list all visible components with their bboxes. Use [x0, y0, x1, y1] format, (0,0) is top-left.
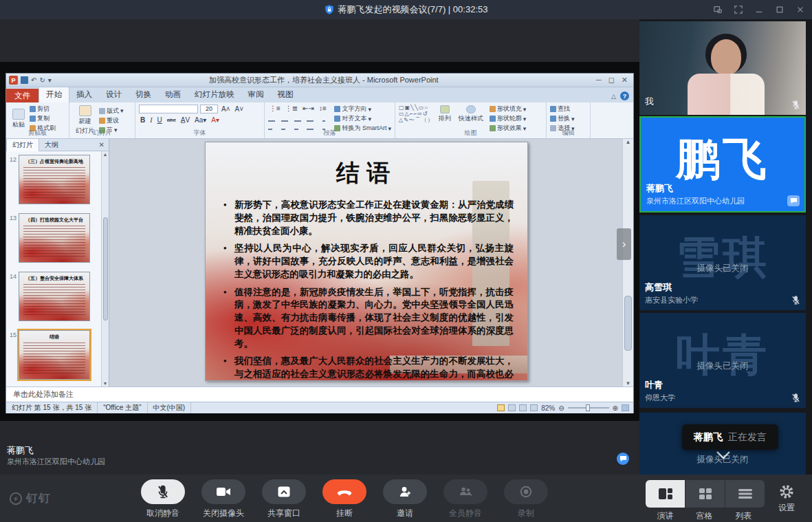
slide-sorter-icon[interactable] — [508, 404, 516, 411]
bold-button[interactable]: B — [139, 116, 146, 124]
camera-off-button[interactable]: 关闭摄像头 — [201, 479, 245, 519]
tab-insert[interactable]: 插入 — [69, 87, 99, 102]
strikethrough-button[interactable]: abc — [166, 117, 177, 123]
sidebar-collapse-handle[interactable]: › — [617, 228, 631, 260]
zoom-in-icon[interactable]: ⊕ — [613, 404, 618, 412]
normal-view-icon[interactable] — [497, 404, 505, 411]
reading-view-icon[interactable] — [519, 404, 527, 411]
line-spacing-icon[interactable]: ↕≡ — [318, 105, 328, 112]
numbering-icon[interactable]: ⋮≣ — [284, 105, 299, 112]
fullscreen-icon[interactable] — [734, 5, 743, 14]
participant-tile-self[interactable]: 我 — [639, 21, 806, 115]
notes-pane[interactable]: 单击此处添加备注 — [6, 387, 633, 402]
share-window-button[interactable]: 共享窗口 — [262, 479, 306, 519]
panel-scrollbar[interactable]: ▲▼ — [101, 151, 109, 387]
find-button[interactable]: 查找 — [550, 105, 586, 113]
scroll-up-icon[interactable]: ▲ — [103, 152, 108, 157]
slideshow-view-icon[interactable] — [530, 404, 538, 411]
participant-tile-yeqing[interactable]: 叶青 摄像头已关闭 叶青 仰恩大学 — [639, 313, 806, 408]
slide-thumbnail-14[interactable]: 14 （五）整合安全保障大体系 — [6, 268, 109, 327]
character-spacing-icon[interactable]: A̲V — [179, 116, 191, 124]
tab-slideshow[interactable]: 幻灯片放映 — [188, 87, 241, 102]
italic-button[interactable]: I — [149, 116, 153, 124]
align-text-button[interactable]: 对齐文本 ▾ — [334, 114, 391, 123]
ppt-close-icon[interactable]: ✕ — [622, 76, 628, 85]
invite-button[interactable]: 邀请 — [383, 479, 427, 519]
font-name-combobox[interactable] — [139, 105, 198, 113]
chat-icon[interactable] — [617, 453, 629, 465]
cut-button[interactable]: 剪切 — [30, 105, 56, 113]
unmute-button[interactable]: 取消静音 — [141, 479, 185, 519]
slide-thumbnail-12[interactable]: 12 （三）占领宣传舆论新高地 — [6, 151, 109, 210]
scroll-thumb[interactable] — [103, 217, 108, 320]
minimize-icon[interactable] — [754, 5, 764, 14]
panel-tab-outline[interactable]: 大纲 — [39, 139, 64, 151]
tab-design[interactable]: 设计 — [99, 87, 129, 102]
font-size-combobox[interactable]: 20 — [200, 105, 218, 113]
indent-icons[interactable]: ⇤⇥ — [301, 105, 316, 112]
view-speaker-button[interactable] — [646, 480, 685, 508]
participant-tile-jiangpengfei[interactable]: 鹏飞 蒋鹏飞 泉州市洛江区双阳中心幼儿园 — [639, 116, 806, 213]
scroll-more-chevron-icon[interactable] — [715, 450, 732, 463]
scroll-up-icon[interactable]: ▲ — [626, 139, 631, 145]
ribbon-collapse-icon[interactable]: △ — [611, 93, 616, 100]
panel-close-icon[interactable]: ✕ — [95, 141, 109, 149]
qat-dropdown-icon[interactable]: ▾ — [48, 76, 52, 84]
ppt-maximize-icon[interactable]: ◻ — [608, 76, 615, 85]
redo-icon[interactable]: ↻ — [39, 76, 45, 84]
change-case-icon[interactable]: Aa▾ — [193, 116, 208, 124]
slide-thumbnail-13[interactable]: 13 （四）打造校园文化大平台 — [6, 210, 109, 268]
underline-button[interactable]: U — [156, 116, 164, 124]
quick-styles-button[interactable]: 快速样式 — [456, 105, 486, 124]
participant-tile-gaoxueqi[interactable]: 雪琪 摄像头已关闭 高雪琪 惠安县实验小学 — [639, 215, 806, 310]
editor-scrollbar[interactable]: ▲ ▼ — [622, 139, 633, 387]
shapes-gallery[interactable]: ▢▣╲╲▭○▭△⌐⌐⇨↺△✎〜⌒（） — [399, 105, 434, 123]
shrink-font-icon[interactable]: A˅ — [234, 105, 245, 113]
view-list-button[interactable] — [725, 480, 765, 508]
zoom-slider[interactable] — [568, 407, 609, 409]
close-icon[interactable] — [795, 5, 805, 14]
scroll-down-icon[interactable]: ▼ — [103, 381, 108, 386]
zoom-out-icon[interactable]: ⊖ — [558, 404, 564, 412]
tab-transitions[interactable]: 切换 — [129, 87, 158, 102]
replace-button[interactable]: 替换 ▾ — [550, 114, 586, 123]
slide-thumbnail-15[interactable]: 15 结语 — [6, 327, 109, 385]
shape-fill-button[interactable]: 形状填充 ▾ — [490, 105, 527, 113]
font-color-icon[interactable]: A▾ — [210, 116, 221, 124]
copy-button[interactable]: 复制 — [30, 114, 56, 123]
save-icon[interactable] — [21, 76, 28, 84]
paste-button[interactable]: 粘贴 — [10, 108, 28, 130]
pip-mode-icon[interactable] — [713, 5, 723, 14]
maximize-icon[interactable] — [775, 5, 784, 14]
arrange-button[interactable]: 排列 — [436, 105, 454, 124]
quick-access-toolbar[interactable]: ↶↻▾ — [21, 76, 52, 84]
tab-home[interactable]: 开始 — [39, 87, 69, 102]
reset-button[interactable]: 重设 — [99, 116, 124, 125]
shape-outline-button[interactable]: 形状轮廓 ▾ — [490, 114, 527, 123]
fit-to-window-icon[interactable] — [622, 404, 629, 411]
help-icon[interactable]: ? — [620, 91, 629, 100]
tab-animations[interactable]: 动画 — [158, 87, 188, 102]
view-grid-button[interactable] — [685, 480, 725, 508]
scroll-thumb[interactable] — [624, 296, 632, 351]
tab-file[interactable]: 文件 — [6, 89, 39, 102]
mute-all-button[interactable]: 全员静音 — [443, 479, 487, 519]
tab-review[interactable]: 审阅 — [241, 87, 271, 102]
ppt-minimize-icon[interactable]: ─ — [596, 76, 602, 85]
record-button[interactable]: 录制 — [504, 479, 548, 519]
panel-tab-slides[interactable]: 幻灯片 — [6, 138, 39, 151]
scroll-track[interactable] — [623, 145, 633, 380]
settings-button[interactable]: 设置 — [771, 480, 802, 514]
layout-button[interactable]: 版式 ▾ — [99, 107, 124, 116]
status-language[interactable]: 中文(中国) — [148, 402, 192, 413]
grow-font-icon[interactable]: A˄ — [220, 105, 232, 113]
scroll-down-icon[interactable]: ▼ — [626, 380, 631, 387]
text-direction-button[interactable]: 文字方向 ▾ — [334, 105, 391, 113]
current-slide[interactable]: 结语 新形势下，高校意识形态安全工作正处在建设黄金期：从严治党成绩斐然，治国理政… — [205, 142, 528, 381]
zoom-slider-thumb[interactable] — [586, 404, 590, 411]
bullets-icon[interactable]: ⋮≡ — [268, 105, 282, 112]
hang-up-button[interactable]: 挂断 — [322, 479, 366, 519]
chat-icon[interactable] — [787, 195, 800, 206]
tab-view[interactable]: 视图 — [271, 87, 300, 102]
undo-icon[interactable]: ↶ — [31, 76, 36, 84]
